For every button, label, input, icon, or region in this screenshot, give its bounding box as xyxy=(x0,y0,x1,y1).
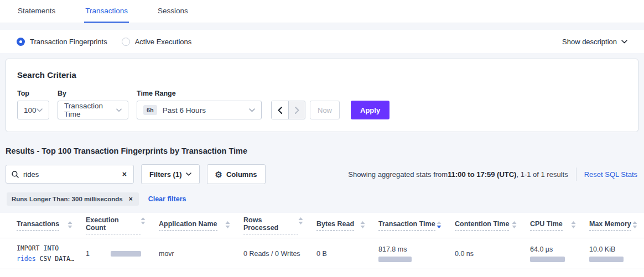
column-header-transactions[interactable]: Transactions xyxy=(17,220,86,231)
filters-button[interactable]: Filters (1) xyxy=(141,164,200,184)
sort-icon[interactable] xyxy=(632,221,637,228)
radio-label: Active Executions xyxy=(135,38,192,46)
transaction-link[interactable]: rides xyxy=(17,255,36,263)
column-header-label: Execution Count xyxy=(86,216,141,234)
cell-cpu-time: 64.0 µs xyxy=(530,245,589,262)
filter-tag: Runs Longer Than: 300 milliseconds × xyxy=(7,192,139,206)
apply-button[interactable]: Apply xyxy=(351,101,389,119)
stats-suffix: , 1-1 of 1 results xyxy=(516,170,568,179)
column-header-label: Contention Time xyxy=(455,220,509,231)
column-header-contention-time[interactable]: Contention Time xyxy=(455,220,530,231)
chevron-down-icon xyxy=(116,108,122,112)
view-toggle-row: Transaction Fingerprints Active Executio… xyxy=(0,30,644,53)
search-criteria-card: Search Criteria Top 100 By Transaction T… xyxy=(6,59,638,132)
cell-transaction-fingerprint: IMPORT INTO rides CSV DATA… xyxy=(17,243,86,264)
clear-search-icon[interactable]: × xyxy=(121,170,128,178)
sql-text-line2: rides CSV DATA… xyxy=(17,254,76,264)
execution-count-bar xyxy=(111,251,141,257)
sort-desc-icon[interactable] xyxy=(437,221,442,228)
time-step-buttons xyxy=(271,101,305,119)
now-button[interactable]: Now xyxy=(310,101,340,119)
clear-filters-link[interactable]: Clear filters xyxy=(148,195,186,203)
top-select[interactable]: 100 xyxy=(17,101,49,119)
tab-sessions[interactable]: Sessions xyxy=(157,0,189,23)
columns-button-label: Columns xyxy=(226,170,257,179)
show-description-label: Show description xyxy=(562,38,617,46)
time-range-field: Time Range 6h Past 6 Hours xyxy=(137,90,262,119)
chevron-right-icon xyxy=(295,107,299,114)
sort-icon[interactable] xyxy=(141,217,146,224)
previous-time-button[interactable] xyxy=(272,101,288,119)
search-box[interactable]: × xyxy=(6,165,134,184)
top-select-value: 100 xyxy=(24,106,37,114)
time-range-value: Past 6 Hours xyxy=(163,106,206,114)
next-time-button[interactable] xyxy=(288,101,305,119)
results-toolbar: × Filters (1) ⚙ Columns Showing aggregat… xyxy=(6,164,637,184)
chevron-down-icon xyxy=(249,108,255,112)
sort-icon[interactable] xyxy=(571,221,576,228)
radio-unselected-icon xyxy=(122,38,130,46)
sort-icon[interactable] xyxy=(67,221,72,228)
column-header-label: Transactions xyxy=(17,220,59,231)
radio-selected-icon xyxy=(17,38,25,46)
time-range-badge: 6h xyxy=(143,105,157,115)
results-heading: Results - Top 100 Transaction Fingerprin… xyxy=(6,147,644,155)
column-header-bytes-read[interactable]: Bytes Read xyxy=(316,220,378,231)
column-header-label: Transaction Time xyxy=(378,220,435,231)
by-label: By xyxy=(58,90,128,97)
sql-text-line1: IMPORT INTO xyxy=(17,243,76,253)
gear-icon: ⚙ xyxy=(215,170,222,179)
top-label: Top xyxy=(17,90,49,97)
column-header-max-memory[interactable]: Max Memory xyxy=(589,220,644,231)
sort-icon[interactable] xyxy=(225,221,230,228)
cpu-time-value: 64.0 µs xyxy=(530,245,579,253)
cell-execution-count: 1 xyxy=(86,250,159,258)
search-input[interactable] xyxy=(23,170,121,179)
column-header-label: Application Name xyxy=(159,220,217,231)
active-filters-row: Runs Longer Than: 300 milliseconds × Cle… xyxy=(7,192,644,206)
column-header-label: Rows Processed xyxy=(243,216,298,234)
stats-time-range: 11:00 to 17:59 (UTC) xyxy=(448,170,516,179)
cell-max-memory: 10.0 KiB xyxy=(589,245,644,262)
column-header-transaction-time[interactable]: Transaction Time xyxy=(378,220,455,231)
sort-icon[interactable] xyxy=(360,221,365,228)
max-memory-bar xyxy=(589,257,624,262)
table-row: IMPORT INTO rides CSV DATA… 1 movr 0 Rea… xyxy=(0,238,644,269)
max-memory-value: 10.0 KiB xyxy=(589,245,634,253)
divider xyxy=(576,168,577,181)
show-description-toggle[interactable]: Show description xyxy=(562,38,627,46)
column-header-label: CPU Time xyxy=(530,220,563,231)
sort-icon[interactable] xyxy=(298,217,303,224)
columns-button[interactable]: ⚙ Columns xyxy=(207,164,266,184)
filters-button-label: Filters (1) xyxy=(149,170,182,179)
cell-bytes-read: 0 B xyxy=(316,250,378,258)
column-header-label: Max Memory xyxy=(589,220,631,231)
chevron-left-icon xyxy=(278,107,282,114)
by-select[interactable]: Transaction Time xyxy=(58,101,128,119)
transaction-time-bar xyxy=(378,257,412,262)
radio-transaction-fingerprints[interactable]: Transaction Fingerprints xyxy=(17,38,107,46)
time-range-select[interactable]: 6h Past 6 Hours xyxy=(137,101,262,119)
column-header-application-name[interactable]: Application Name xyxy=(159,220,243,231)
by-field: By Transaction Time xyxy=(58,90,128,119)
reset-sql-stats-link[interactable]: Reset SQL Stats xyxy=(584,170,637,179)
table-header-row: Transactions Execution Count Application… xyxy=(0,213,644,238)
radio-label: Transaction Fingerprints xyxy=(30,38,107,46)
sort-icon[interactable] xyxy=(512,221,517,228)
aggregated-stats-text: Showing aggregated stats from 11:00 to 1… xyxy=(348,170,568,179)
radio-active-executions[interactable]: Active Executions xyxy=(122,38,192,46)
tab-transactions[interactable]: Transactions xyxy=(84,0,129,23)
by-select-value: Transaction Time xyxy=(64,102,116,118)
remove-filter-icon[interactable]: × xyxy=(128,196,134,202)
column-header-execution-count[interactable]: Execution Count xyxy=(86,216,159,234)
tab-statements[interactable]: Statements xyxy=(17,0,56,23)
cell-contention-time: 0.0 ns xyxy=(455,250,530,258)
time-range-label: Time Range xyxy=(137,90,262,97)
sql-text-rest: CSV DATA… xyxy=(36,255,74,263)
column-header-label: Bytes Read xyxy=(316,220,354,231)
chevron-down-icon xyxy=(37,108,43,112)
column-header-rows-processed[interactable]: Rows Processed xyxy=(243,216,316,234)
cell-rows-processed: 0 Reads / 0 Writes xyxy=(243,250,316,258)
column-header-cpu-time[interactable]: CPU Time xyxy=(530,220,589,231)
cell-application-name: movr xyxy=(159,250,243,258)
